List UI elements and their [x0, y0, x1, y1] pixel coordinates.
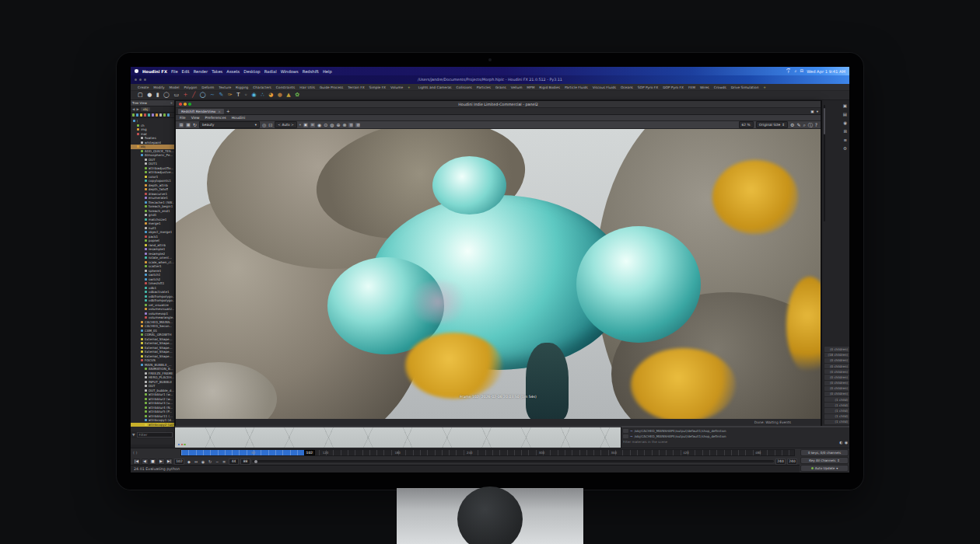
- snapshot-compare-icon[interactable]: ◍: [330, 123, 334, 127]
- null-tool-icon[interactable]: ◦: [244, 92, 247, 98]
- shelf-tab[interactable]: Drive Simulation: [729, 85, 761, 90]
- playback-option-icon[interactable]: ↔: [193, 459, 199, 464]
- shelf-tab[interactable]: Guide Process: [317, 85, 345, 90]
- shelf-tab[interactable]: Model: [167, 85, 182, 90]
- range-slider-handle[interactable]: [254, 460, 257, 463]
- menubar-menu-item[interactable]: Render: [194, 69, 208, 74]
- shelf-tab[interactable]: Deform: [199, 85, 216, 90]
- tree-filter-type-icon[interactable]: [152, 113, 154, 116]
- children-count-row[interactable]: (0 children): [824, 386, 849, 391]
- shelf-tab[interactable]: Collisions: [454, 85, 474, 90]
- wifi-icon[interactable]: [786, 69, 792, 73]
- current-frame-field[interactable]: 102: [174, 459, 184, 465]
- pane-maximize-icon[interactable]: ▾: [817, 110, 818, 113]
- shelf-tab[interactable]: DOP Pyro FX: [660, 85, 686, 90]
- shelf-tab[interactable]: Vellum: [509, 85, 525, 90]
- shelf-tab[interactable]: Wires: [698, 85, 712, 90]
- fluid-tool-icon[interactable]: ◕: [268, 92, 273, 98]
- menubar-menu-item[interactable]: Windows: [281, 69, 299, 74]
- menu-file[interactable]: File: [180, 116, 186, 120]
- snapshot-restore-icon[interactable]: ◉: [317, 123, 321, 127]
- children-count-row[interactable]: (1 child): [824, 397, 849, 402]
- lights-tool-icon[interactable]: ◉: [252, 92, 257, 98]
- grid-tool-icon[interactable]: ▭: [173, 92, 179, 98]
- menubar-menu-item[interactable]: Edit: [182, 69, 190, 74]
- expand-view-icon[interactable]: ⊗: [342, 123, 346, 127]
- shelf-tab[interactable]: Particle Fluids: [562, 85, 590, 90]
- range-mid-field[interactable]: 88: [240, 459, 250, 465]
- display-size-select[interactable]: Original Size ⇕: [756, 121, 788, 127]
- torus-tool-icon[interactable]: ◯: [163, 92, 170, 98]
- open-folder-icon[interactable]: ▤: [179, 123, 184, 127]
- children-count-row[interactable]: (0 children): [824, 364, 849, 368]
- children-count-row[interactable]: (1 child): [824, 414, 849, 419]
- menubar-menu-item[interactable]: Help: [323, 69, 332, 74]
- pin-panel-icon[interactable]: ▣: [843, 103, 847, 108]
- curve-tool-icon[interactable]: ~: [210, 92, 215, 98]
- menubar-app-name[interactable]: Houdini FX: [142, 69, 167, 74]
- menubar-clock[interactable]: Wed Apr 1 9:41 AM: [807, 69, 845, 74]
- shelf-tab[interactable]: Characters: [250, 85, 273, 90]
- nav-forward-icon[interactable]: ▶: [136, 107, 138, 111]
- font-tool-icon[interactable]: T: [236, 92, 240, 98]
- settings-gear-icon[interactable]: ⚙: [843, 146, 847, 151]
- shelf-tab[interactable]: Simple FX: [367, 85, 388, 90]
- shelf-tab[interactable]: +: [405, 85, 413, 90]
- menu-view[interactable]: View: [191, 116, 200, 120]
- playback-option-icon[interactable]: ↻: [207, 459, 213, 464]
- save-image-icon[interactable]: ▦: [186, 123, 191, 127]
- tree-filter-type-icon[interactable]: [144, 113, 146, 116]
- shelf-tab[interactable]: Hair Utils: [297, 85, 317, 90]
- range-end-field2[interactable]: 240: [787, 459, 797, 465]
- nav-back-icon[interactable]: ◀: [132, 107, 135, 111]
- children-count-row[interactable]: (1 child): [824, 403, 849, 407]
- tree-filter-type-icon[interactable]: [140, 113, 142, 116]
- circle-tool-icon[interactable]: ◯: [200, 92, 206, 98]
- shelf-tab[interactable]: Polygon: [181, 85, 199, 90]
- grid-toggle-icon[interactable]: ⊞: [843, 129, 847, 134]
- range-end-field[interactable]: 240: [775, 459, 786, 465]
- children-count-row[interactable]: (18 children): [824, 353, 849, 357]
- material-row[interactable]: → /obj/CACHED_MAINSHAPE/output/default1/…: [623, 428, 848, 434]
- rock-tool-icon[interactable]: ●: [278, 92, 282, 98]
- shelf-tab[interactable]: SOP Pyro FX: [635, 85, 660, 90]
- key-all-channels-button[interactable]: Key All Channels⇕: [800, 457, 849, 464]
- tree-filter-type-icon[interactable]: [148, 113, 150, 116]
- foliage-tool-icon[interactable]: ✿: [295, 92, 299, 98]
- menubar-menu-item[interactable]: Radial: [264, 69, 277, 74]
- layout-icon[interactable]: ▤: [843, 112, 847, 117]
- sphere-preview-icon[interactable]: ◐: [839, 440, 842, 445]
- playhead[interactable]: 102: [304, 450, 315, 455]
- playback-option-icon[interactable]: ◉: [200, 459, 206, 464]
- new-tab-button[interactable]: +: [226, 109, 230, 113]
- transport-button[interactable]: ▶: [158, 459, 165, 465]
- shelf-tab[interactable]: Volume: [388, 85, 405, 90]
- shelf-tab[interactable]: Viscous Fluids: [590, 85, 618, 90]
- add-tab-button[interactable]: +: [170, 101, 173, 105]
- tree-filter-type-icon[interactable]: [167, 113, 170, 116]
- sphere-tool-icon[interactable]: ●: [147, 92, 152, 98]
- pencil-icon[interactable]: ✎: [796, 123, 800, 127]
- render-thumb-icon[interactable]: ◉: [845, 440, 848, 445]
- line-tool-icon[interactable]: ╱: [192, 92, 195, 98]
- material-row[interactable]: → /obj/CACHED_MAINSHAPE/output/default1/…: [623, 434, 848, 439]
- list-icon[interactable]: ≡: [843, 138, 847, 142]
- refresh-render-icon[interactable]: ↻: [193, 123, 197, 127]
- playback-option-icon[interactable]: ◆: [186, 459, 192, 464]
- box-tool-icon[interactable]: ▢: [138, 92, 143, 98]
- fit-view-icon[interactable]: ⊕: [336, 123, 340, 127]
- add-layer-icon[interactable]: ▧: [355, 123, 360, 127]
- tree-filter-type-icon[interactable]: [156, 113, 158, 116]
- tree-filter-type-icon[interactable]: [159, 113, 162, 116]
- children-count-row[interactable]: (0 children): [824, 381, 849, 385]
- magnifier-icon[interactable]: ⌕: [803, 123, 805, 127]
- menubar-menu-item[interactable]: Desktop: [243, 69, 260, 74]
- shelf-tab[interactable]: MPM: [524, 85, 537, 90]
- pane-menu-icon[interactable]: ▣: [810, 110, 814, 113]
- children-count-row[interactable]: (0 children): [824, 375, 849, 379]
- close-tab-icon[interactable]: ×: [218, 110, 221, 113]
- menu-houdini[interactable]: Houdini: [232, 116, 246, 120]
- chevron-down-icon[interactable]: ▾: [299, 123, 301, 127]
- help-icon[interactable]: ?: [815, 123, 817, 127]
- pen-tool-icon[interactable]: ✑: [228, 92, 233, 98]
